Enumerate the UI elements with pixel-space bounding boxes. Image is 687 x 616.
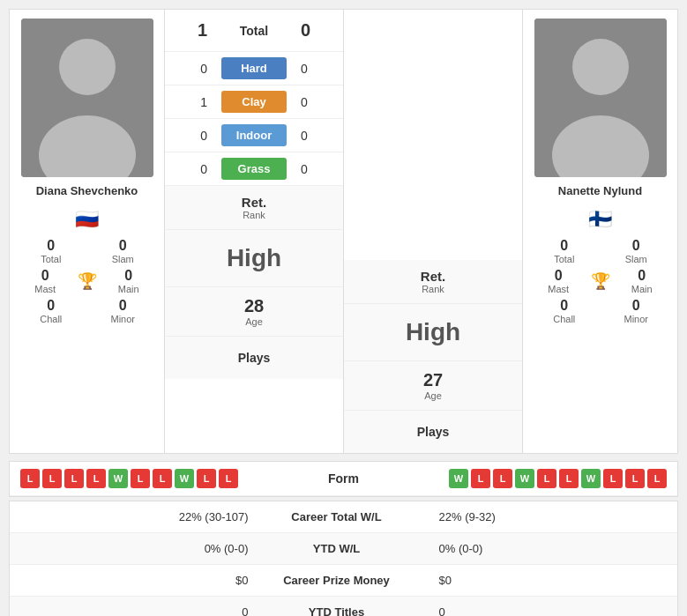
player1-stats-grid: 0 Total 0 Slam [17,238,157,264]
prize-right: $0 [425,574,664,587]
player2-card: Nanette Nylund 🇫🇮 0 Total 0 Slam 0 Mast [523,10,677,453]
player1-chall-label: Chall [40,314,62,324]
ytd-titles-label: YTD Titles [249,605,425,616]
middle-stats-right: Ret. Rank High 27 Age Plays [344,10,523,453]
player1-rank-value: Ret. [242,195,266,210]
form-badge-p2: L [471,469,490,488]
player1-name: Diana Shevchenko [36,184,138,197]
ytd-wl-row: 0% (0-0) YTD W/L 0% (0-0) [10,533,677,565]
player2-mast-cell: 0 Mast [530,268,587,294]
player1-mast-label: Mast [34,284,56,294]
age-row-right: 27 Age [344,361,522,411]
player2-main-label: Main [631,284,653,294]
player1-minor-label: Minor [110,314,135,324]
player1-age-value: 28 [244,296,264,316]
grass-row: 0 Grass 0 [165,152,343,186]
form-badge-p2: L [559,469,579,488]
grass-score-left: 0 [172,162,207,176]
player2-main-cell: 0 Main [614,268,671,294]
high-row: High [165,230,343,287]
form-badge-p2: L [647,469,667,488]
ytd-titles-left: 0 [24,605,249,616]
player1-age-box: 28 Age [172,296,336,327]
ytd-titles-row: 0 YTD Titles 0 [10,597,677,616]
player2-minor-label: Minor [624,314,648,324]
player2-rank-box: Ret. Rank [351,269,515,294]
form-badge-p2: W [581,469,601,488]
hard-score-left: 0 [172,62,207,76]
form-badge-p2: L [537,469,556,488]
player2-bottom-stats: 0 Chall 0 Minor [530,298,670,324]
player1-rank-label: Rank [243,210,265,220]
player1-main-cell: 0 Main [101,268,158,294]
plays-label-right: Plays [351,425,515,439]
rank-row-right: Ret. Rank [344,260,522,304]
form-badge-p2: L [625,469,645,488]
form-badge-p1: W [108,469,128,488]
prize-left: $0 [24,574,249,587]
player1-slam-value: 0 [119,238,127,254]
player2-chall-label: Chall [553,314,575,324]
player1-slam-cell: 0 Slam [89,238,158,264]
indoor-button: Indoor [221,124,287,146]
player1-slam-label: Slam [112,254,134,264]
total-score-left: 1 [172,20,207,41]
player1-total-value: 0 [47,238,55,254]
total-score-right: 0 [301,20,336,41]
player2-mast-label: Mast [548,284,569,294]
middle-stats: 1 Total 0 0 Hard 0 1 Clay 0 0 Indoor 0 [164,10,344,453]
form-badge-p1: L [86,469,106,488]
player2-flag: 🇫🇮 [588,208,612,231]
player2-age-label: Age [424,390,442,401]
player2-flag-row: 🇫🇮 [588,204,612,238]
player2-rank-label: Rank [422,284,444,294]
player2-trophy-row: 0 Mast 🏆 0 Main [530,268,670,294]
player2-main-value: 0 [638,268,646,284]
hard-score-right: 0 [301,62,336,76]
indoor-score-right: 0 [301,129,336,143]
clay-button: Clay [221,91,287,113]
career-wl-left: 22% (30-107) [24,510,249,523]
player1-total-cell: 0 Total [17,238,86,264]
career-wl-row: 22% (30-107) Career Total W/L 22% (9-32) [10,501,677,533]
career-wl-label: Career Total W/L [249,510,425,523]
career-wl-right: 22% (9-32) [425,510,664,523]
player1-main-label: Main [118,284,139,294]
stats-section: 22% (30-107) Career Total W/L 22% (9-32)… [9,501,678,616]
player1-minor-value: 0 [119,298,127,314]
player2-chall-cell: 0 Chall [530,298,599,324]
player1-total-label: Total [41,254,61,264]
player1-avatar [21,19,153,177]
rank-row: Ret. Rank [165,186,343,230]
clay-score-right: 0 [301,95,336,109]
form-badge-p2: W [449,469,468,488]
player1-mast-value: 0 [41,268,49,284]
ytd-wl-left: 0% (0-0) [24,542,249,555]
svg-point-1 [59,39,116,95]
player2-name: Nanette Nylund [558,184,642,197]
player1-mast-cell: 0 Mast [17,268,74,294]
clay-row: 1 Clay 0 [165,85,343,119]
plays-row: Plays [165,337,343,379]
player1-chall-cell: 0 Chall [17,298,86,324]
plays-label: Plays [172,351,336,365]
player2-age-box: 27 Age [351,370,515,401]
player1-main-value: 0 [124,268,132,284]
player1-high-value: High [172,244,336,272]
player2-form: WLLWLLWLLL [410,469,668,488]
player2-minor-value: 0 [632,298,640,314]
player-comparison: Diana Shevchenko 🇷🇺 0 Total 0 Slam 0 Mas… [9,9,678,454]
ytd-titles-right: 0 [425,605,664,616]
clay-score-left: 1 [172,95,207,109]
player1-card: Diana Shevchenko 🇷🇺 0 Total 0 Slam 0 Mas… [10,10,164,453]
indoor-score-left: 0 [172,129,207,143]
indoor-row: 0 Indoor 0 [165,119,343,152]
player2-slam-label: Slam [625,254,647,264]
player2-chall-value: 0 [560,298,568,314]
player2-total-value: 0 [560,238,568,254]
ytd-wl-right: 0% (0-0) [425,542,664,555]
form-badge-p1: L [153,469,172,488]
player2-total-cell: 0 Total [530,238,599,264]
form-badge-p2: L [493,469,512,488]
form-badge-p1: L [42,469,62,488]
